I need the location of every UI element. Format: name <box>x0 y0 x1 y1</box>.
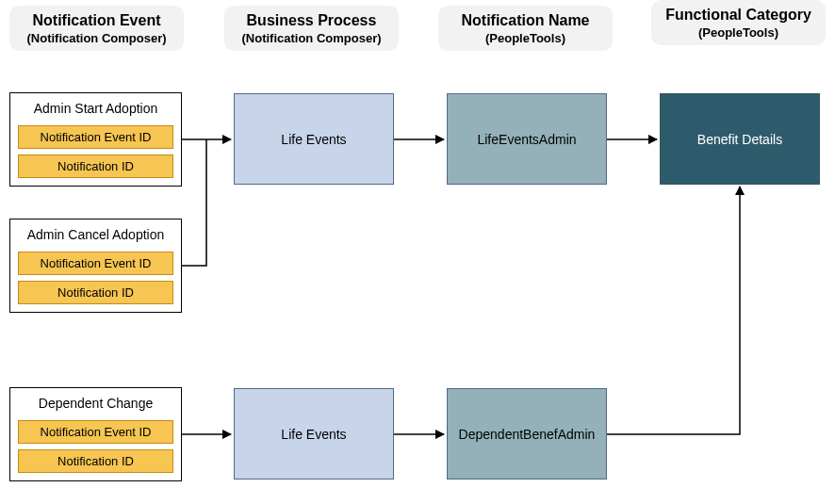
event-admin-start: Admin Start Adoption Notification Event … <box>9 92 182 187</box>
process-row2-label: Life Events <box>281 427 346 442</box>
header-category: Functional Category (PeopleTools) <box>651 0 826 45</box>
header-process-title: Business Process <box>228 11 395 29</box>
category-label: Benefit Details <box>697 132 782 147</box>
name-row1: LifeEventsAdmin <box>447 93 607 185</box>
diagram-canvas: Notification Event (Notification Compose… <box>0 0 835 504</box>
event-admin-cancel: Admin Cancel Adoption Notification Event… <box>9 219 182 313</box>
event-dependent: Dependent Change Notification Event ID N… <box>9 387 182 481</box>
event-admin-start-eventid: Notification Event ID <box>18 125 173 149</box>
header-process: Business Process (Notification Composer) <box>224 6 399 51</box>
header-event: Notification Event (Notification Compose… <box>9 6 184 51</box>
event-dependent-eventid: Notification Event ID <box>18 420 173 444</box>
event-admin-cancel-eventid: Notification Event ID <box>18 252 173 275</box>
header-event-sub: (Notification Composer) <box>13 31 180 45</box>
header-event-title: Notification Event <box>13 11 180 29</box>
header-name: Notification Name (PeopleTools) <box>438 6 613 51</box>
header-category-title: Functional Category <box>655 6 822 24</box>
name-row2: DependentBenefAdmin <box>447 388 607 480</box>
process-row1-label: Life Events <box>281 132 346 147</box>
header-name-title: Notification Name <box>442 11 609 29</box>
event-admin-start-title: Admin Start Adoption <box>14 101 177 116</box>
process-row2: Life Events <box>234 388 394 480</box>
event-admin-cancel-title: Admin Cancel Adoption <box>14 227 177 242</box>
event-admin-start-notifid: Notification ID <box>18 154 173 178</box>
name-row2-label: DependentBenefAdmin <box>459 427 596 442</box>
category-block: Benefit Details <box>660 93 820 185</box>
event-admin-cancel-notifid: Notification ID <box>18 281 173 304</box>
event-dependent-title: Dependent Change <box>14 396 177 411</box>
header-process-sub: (Notification Composer) <box>228 31 395 45</box>
process-row1: Life Events <box>234 93 394 185</box>
event-dependent-notifid: Notification ID <box>18 449 173 473</box>
header-category-sub: (PeopleTools) <box>655 25 822 40</box>
header-name-sub: (PeopleTools) <box>442 31 609 45</box>
name-row1-label: LifeEventsAdmin <box>477 132 576 147</box>
